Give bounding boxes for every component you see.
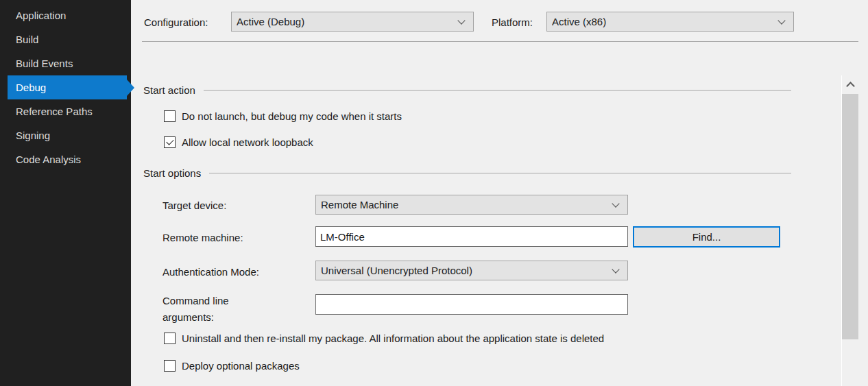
target-device-label: Target device: [162,200,226,211]
checkbox-label: Deploy optional packages [182,360,300,372]
checkbox-label: Do not launch, but debug my code when it… [182,110,402,122]
vertical-scrollbar[interactable] [842,75,858,386]
sidebar-item-label: Application [16,10,66,21]
chevron-down-icon [612,200,619,207]
properties-sidebar: Application Build Build Events Debug Ref… [0,0,131,386]
authentication-mode-label: Authentication Mode: [162,266,259,278]
sidebar-item-signing[interactable]: Signing [8,123,127,147]
do-not-launch-checkbox[interactable] [164,110,176,122]
remote-machine-label: Remote machine: [162,232,243,243]
checkbox-row-uninstall-reinstall: Uninstall and then re-install my package… [164,332,604,344]
configuration-label: Configuration: [144,16,208,28]
section-rule [209,173,791,173]
chevron-down-icon [612,265,619,273]
scroll-up-button[interactable] [842,75,858,93]
target-device-dropdown[interactable]: Remote Machine [315,195,628,215]
start-options-section-header: Start options [143,167,791,179]
chevron-down-icon [777,16,785,24]
platform-label: Platform: [492,16,533,28]
sidebar-item-application[interactable]: Application [8,3,127,27]
sidebar-item-label: Reference Paths [16,106,93,117]
checkbox-row-loopback: Allow local network loopback [164,136,313,148]
uninstall-reinstall-checkbox[interactable] [164,333,176,344]
dropdown-value: Active (x86) [552,16,606,27]
command-line-arguments-input[interactable] [315,294,628,315]
dropdown-value: Active (Debug) [237,16,304,27]
configuration-dropdown[interactable]: Active (Debug) [231,12,474,32]
section-rule [204,90,791,91]
sidebar-item-label: Build Events [16,58,73,69]
selected-item-arrow-icon [127,80,134,96]
checkbox-label: Allow local network loopback [182,136,313,148]
sidebar-item-build[interactable]: Build [8,27,127,51]
command-line-arguments-label: Command line arguments: [162,293,279,326]
sidebar-item-label: Debug [16,82,46,93]
sidebar-item-reference-paths[interactable]: Reference Paths [8,99,127,123]
deploy-optional-checkbox[interactable] [164,360,176,372]
checkbox-row-do-not-launch: Do not launch, but debug my code when it… [164,110,402,122]
project-properties-debug-page: Application Build Build Events Debug Ref… [0,0,868,386]
checkbox-label: Uninstall and then re-install my package… [182,333,604,344]
platform-dropdown[interactable]: Active (x86) [546,12,794,32]
sidebar-item-label: Code Analysis [16,154,81,165]
toolbar-separator [142,41,858,42]
chevron-down-icon [457,16,465,24]
authentication-mode-dropdown[interactable]: Universal (Unencrypted Protocol) [315,261,628,280]
chevron-up-icon [846,82,855,91]
sidebar-item-label: Signing [16,130,50,141]
sidebar-item-code-analysis[interactable]: Code Analysis [8,147,127,171]
sidebar-item-build-events[interactable]: Build Events [8,51,127,75]
remote-machine-input[interactable] [315,226,628,247]
scrollbar-thumb[interactable] [842,94,858,339]
dropdown-value: Remote Machine [321,199,398,210]
start-action-section-header: Start action [143,84,791,96]
allow-loopback-checkbox[interactable] [164,136,176,148]
dropdown-value: Universal (Unencrypted Protocol) [321,265,472,276]
find-button[interactable]: Find... [633,226,780,248]
section-title: Start options [143,167,201,179]
checkbox-row-deploy-optional: Deploy optional packages [164,359,300,372]
sidebar-item-label: Build [16,34,38,45]
sidebar-item-debug[interactable]: Debug [8,75,127,99]
section-title: Start action [143,84,195,96]
